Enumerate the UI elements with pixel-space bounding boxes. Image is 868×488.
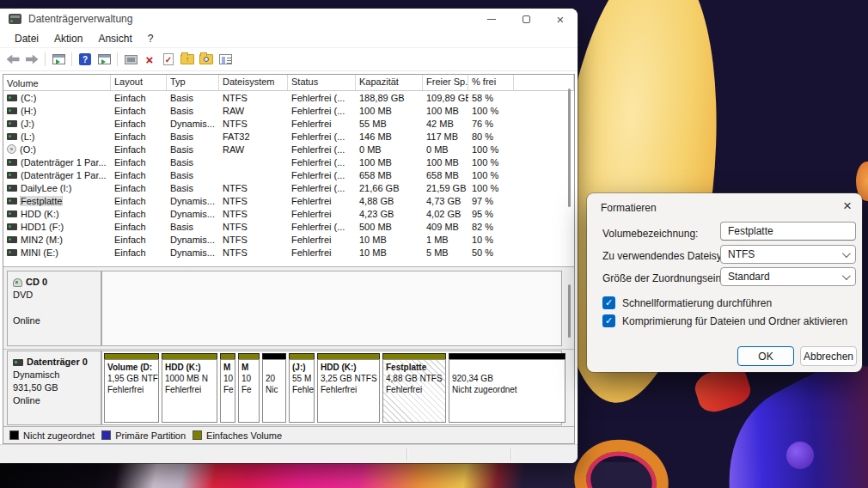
table-row[interactable]: (C:)EinfachBasisNTFSFehlerfrei (...188,8… — [3, 91, 574, 104]
table-cell: 100 MB — [356, 157, 423, 168]
cd-empty-area[interactable] — [101, 271, 562, 346]
column-header-filler — [514, 75, 574, 90]
remote-view-button[interactable] — [121, 50, 140, 69]
legend-unallocated: Nicht zugeordnet — [9, 430, 95, 441]
partition-volume-d[interactable]: Volume (D:1,95 GB NTFFehlerfrei — [104, 353, 159, 423]
column-header-kapazitaet[interactable]: Kapazität — [356, 75, 423, 90]
column-header-layout[interactable]: Layout — [111, 75, 167, 90]
volume-icon — [7, 236, 17, 243]
column-header-status[interactable]: Status — [288, 75, 356, 90]
volume-label-input[interactable] — [720, 222, 856, 241]
column-header-volume[interactable]: Volume — [3, 75, 111, 90]
disk-icon — [13, 359, 23, 366]
dialog-close-button[interactable]: × — [843, 198, 852, 213]
table-row[interactable]: MIN2 (M:)EinfachDynamis...NTFSFehlerfrei… — [3, 233, 574, 246]
table-row[interactable]: (H:)EinfachBasisRAWFehlerfrei (...100 MB… — [3, 104, 574, 117]
maximize-button[interactable] — [509, 9, 543, 29]
table-cell: (C:) — [3, 93, 111, 103]
back-button[interactable] — [3, 50, 22, 69]
volume-icon — [7, 198, 17, 204]
maximize-icon — [523, 15, 530, 23]
table-row-selected[interactable]: FestplatteEinfachDynamis...NTFSFehlerfre… — [3, 194, 574, 207]
folder-up-icon: ↑ — [180, 54, 194, 64]
table-row[interactable]: (Datenträger 1 Par...EinfachBasisFehlerf… — [3, 156, 574, 168]
disk-0-partitions: Volume (D:1,95 GB NTFFehlerfrei HDD (K:)… — [101, 351, 562, 425]
column-header-freier-speicher[interactable]: Freier Sp... — [423, 75, 468, 90]
partition-color-bar — [382, 353, 446, 359]
cd-drive-panel[interactable]: CD 0 DVD Online — [7, 271, 101, 346]
compression-checkbox[interactable]: ✓Komprimierung für Dateien und Ordner ak… — [602, 314, 847, 327]
table-row[interactable]: (Datenträger 1 Par...EinfachBasisFehlerf… — [3, 168, 574, 181]
delete-volume-button[interactable]: × — [140, 50, 159, 69]
properties-icon — [219, 54, 232, 64]
console-window-run-button[interactable] — [95, 50, 113, 69]
menu-ansicht[interactable]: Ansicht — [90, 31, 139, 46]
menu-datei[interactable]: Datei — [7, 31, 46, 46]
allocation-unit-select[interactable]: Standard — [720, 267, 856, 286]
table-cell: 50 % — [468, 247, 514, 258]
graphical-view-scrollbar[interactable] — [568, 284, 571, 338]
partition-hdd-k-1[interactable]: HDD (K:)1000 MB NFehlerfrei — [162, 353, 217, 423]
table-cell: Einfach — [111, 183, 167, 193]
menu-aktion[interactable]: Aktion — [46, 31, 90, 46]
partition-hdd-k-2[interactable]: HDD (K:)3,25 GB NTFSFehlerfrei — [317, 353, 380, 423]
check-disk-button[interactable]: ✓ — [159, 50, 178, 69]
check-document-icon: ✓ — [163, 53, 174, 65]
titlebar[interactable]: Datenträgerverwaltung × — [0, 9, 578, 29]
cd-drive-name: CD 0 — [26, 276, 47, 289]
column-header-dateisystem[interactable]: Dateisystem — [219, 75, 288, 90]
legend-swatch-unallocated — [9, 430, 19, 440]
table-scrollbar[interactable] — [568, 88, 571, 207]
folder-search-button[interactable] — [197, 50, 216, 69]
chevron-down-icon — [842, 271, 851, 280]
help-button[interactable]: ? — [76, 50, 95, 69]
file-system-select[interactable]: NTFS — [720, 245, 856, 264]
table-cell: Fehlerfrei (... — [288, 170, 356, 180]
console-window-button[interactable] — [49, 50, 68, 69]
partition-festplatte-selected[interactable]: Festplatte4,88 GB NTFSFehlerfrei — [382, 353, 446, 423]
table-cell: NTFS — [219, 235, 288, 245]
close-button[interactable]: × — [543, 9, 578, 29]
partition-unallocated-small[interactable]: 20Nic — [262, 353, 286, 423]
column-header-typ[interactable]: Typ — [167, 75, 219, 90]
table-row[interactable]: (J:)EinfachDynamis...NTFSFehlerfrei55 MB… — [3, 117, 574, 130]
forward-button[interactable] — [22, 50, 41, 69]
partition-min-2[interactable]: M10Fe — [238, 353, 260, 423]
table-cell: 80 % — [468, 131, 514, 142]
partition-min-1[interactable]: M10Fe — [220, 353, 235, 423]
minimize-button[interactable] — [474, 9, 509, 29]
disk-0-panel[interactable]: Datenträger 0 Dynamisch 931,50 GB Online — [7, 351, 101, 425]
table-cell: 100 % — [468, 106, 514, 116]
ok-button[interactable]: OK — [737, 346, 794, 366]
quick-format-checkbox[interactable]: ✓Schnellformatierung durchführen — [602, 296, 772, 309]
partition-unallocated-large[interactable]: 920,34 GBNicht zugeordnet — [449, 353, 565, 423]
table-cell: 409 MB — [423, 222, 468, 232]
volume-icon — [7, 223, 17, 230]
table-cell: 5 MB — [423, 247, 468, 258]
table-cell: Basis — [167, 144, 219, 155]
table-cell: Festplatte — [3, 196, 111, 206]
legend-primary-partition: Primäre Partition — [101, 430, 186, 441]
table-cell: 100 % — [468, 144, 514, 155]
column-header-prozent-frei[interactable]: % frei — [468, 75, 514, 90]
folder-up-button[interactable]: ↑ — [178, 50, 197, 69]
volume-icon — [7, 159, 17, 166]
partition-color-bar — [238, 353, 260, 359]
table-cell: 100 % — [468, 157, 514, 168]
table-row[interactable]: (O:)EinfachBasisRAWFehlerfrei (...0 MB0 … — [3, 143, 574, 156]
table-cell: Dynamis... — [167, 247, 219, 258]
table-row[interactable]: (L:)EinfachBasisFAT32Fehlerfrei (...146 … — [3, 130, 574, 143]
table-cell: 4,88 GB — [356, 196, 423, 206]
table-row[interactable]: DailyLee (I:)EinfachBasisNTFSFehlerfrei … — [3, 181, 574, 194]
cancel-button[interactable]: Abbrechen — [800, 346, 857, 366]
delete-icon: × — [146, 53, 154, 66]
table-row[interactable]: HDD1 (F:)EinfachBasisNTFSFehlerfrei (...… — [3, 220, 574, 233]
table-row[interactable]: HDD (K:)EinfachDynamis...NTFSFehlerfrei4… — [3, 207, 574, 220]
table-cell: NTFS — [219, 209, 288, 219]
menu-help[interactable]: ? — [140, 31, 162, 46]
properties-button[interactable] — [216, 50, 235, 69]
partition-j[interactable]: (J:)55 MFehle — [289, 353, 315, 423]
legend-bar: Nicht zugeordnet Primäre Partition Einfa… — [3, 426, 574, 443]
disk-0-status: Online — [13, 394, 95, 407]
table-row[interactable]: MINI (E:)EinfachDynamis...NTFSFehlerfrei… — [3, 246, 574, 259]
